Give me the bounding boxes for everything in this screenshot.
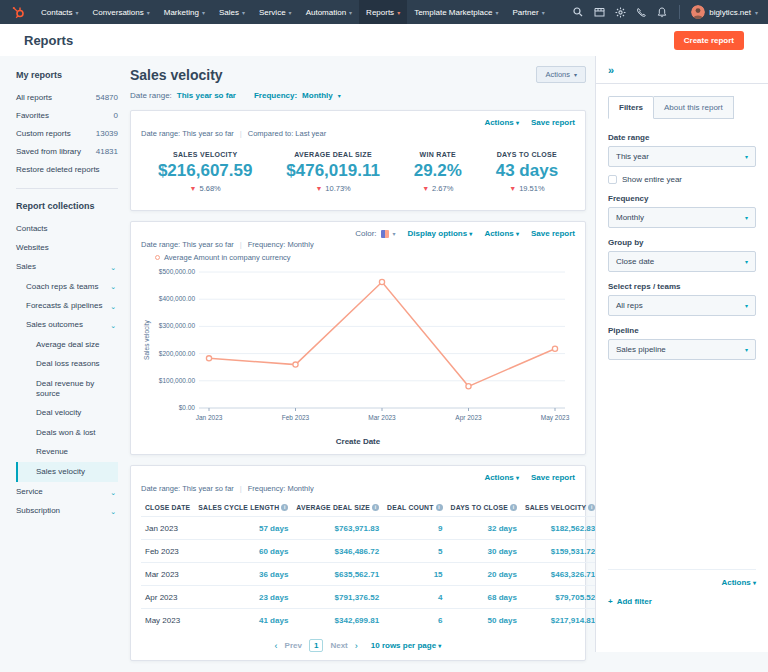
nav-item-conversations[interactable]: Conversations▾	[86, 0, 157, 24]
chart-color-control[interactable]: Color: ▾	[355, 229, 395, 238]
cell-value[interactable]: $217,914.81	[521, 609, 599, 632]
table-actions-link[interactable]: Actions ▾	[484, 473, 519, 482]
next-page-icon[interactable]: ›	[355, 641, 358, 651]
prev-page-button[interactable]: Prev	[285, 641, 302, 650]
search-icon[interactable]	[572, 6, 584, 18]
collection-item-sales[interactable]: Sales⌄	[16, 258, 118, 277]
add-filter-button[interactable]: + Add filter	[608, 597, 756, 606]
collapse-panel-icon[interactable]: »	[608, 64, 622, 76]
sidebar-item-favorites[interactable]: Favorites0	[16, 106, 118, 124]
cell-value[interactable]: 36 days	[194, 563, 292, 586]
filter-select-date-range[interactable]: This year▾	[608, 146, 756, 167]
sidebar-item-all-reports[interactable]: All reports54870	[16, 88, 118, 106]
column-header-sales-cycle-length[interactable]: SALES CYCLE LENGTHi	[194, 499, 292, 517]
cell-value[interactable]: $635,562.71	[292, 563, 383, 586]
tab-filters[interactable]: Filters	[608, 96, 654, 119]
line-chart[interactable]: $0.00$100,000.00$200,000.00$300,000.00$4…	[141, 264, 575, 436]
settings-icon[interactable]	[614, 6, 626, 18]
nav-item-automation[interactable]: Automation▾	[299, 0, 359, 24]
hubspot-logo-icon[interactable]	[10, 4, 26, 20]
filter-select-group-by[interactable]: Close date▾	[608, 251, 756, 272]
info-icon[interactable]: i	[372, 504, 379, 511]
cell-value[interactable]: 6	[383, 609, 446, 632]
nav-item-marketing[interactable]: Marketing▾	[157, 0, 212, 24]
nav-item-template-marketplace[interactable]: Template Marketplace▾	[407, 0, 505, 24]
checkbox-show-entire-year[interactable]: Show entire year	[608, 175, 756, 184]
cell-value[interactable]: 5	[383, 540, 446, 563]
panel-actions-link[interactable]: Actions ▾	[721, 578, 756, 587]
nav-item-sales[interactable]: Sales▾	[212, 0, 252, 24]
table-save-report-link[interactable]: Save report	[531, 473, 575, 482]
cell-value[interactable]: 20 days	[447, 563, 521, 586]
display-options-link[interactable]: Display options ▾	[408, 229, 473, 238]
collection-item-deal-velocity[interactable]: Deal velocity	[16, 404, 118, 423]
report-actions-button[interactable]: Actions ▾	[536, 66, 586, 83]
collection-item-service[interactable]: Service⌄	[16, 482, 118, 501]
collection-item-coach-reps-teams[interactable]: Coach reps & teams⌄	[16, 277, 118, 296]
chart-legend[interactable]: Average Amount in company currency	[155, 253, 575, 262]
cell-value[interactable]: 30 days	[447, 540, 521, 563]
cell-value[interactable]: $159,531.72	[521, 540, 599, 563]
collection-item-subscription[interactable]: Subscription⌄	[16, 502, 118, 521]
calling-icon[interactable]	[635, 6, 647, 18]
tab-about-this-report[interactable]: About this report	[654, 96, 734, 119]
frequency-value[interactable]: Monthly	[302, 91, 333, 100]
collection-item-forecasts-pipelines[interactable]: Forecasts & pipelines⌄	[16, 297, 118, 316]
sidebar-item-custom-reports[interactable]: Custom reports13039	[16, 124, 118, 142]
account-menu[interactable]: biglytics.net ▾	[691, 5, 758, 19]
chart-save-report-link[interactable]: Save report	[531, 229, 575, 238]
column-header-average-deal-size[interactable]: AVERAGE DEAL SIZEi	[292, 499, 383, 517]
filter-select-pipeline[interactable]: Sales pipeline▾	[608, 339, 756, 360]
filter-select-select-reps-teams[interactable]: All reps▾	[608, 295, 756, 316]
column-header-deal-count[interactable]: DEAL COUNTi	[383, 499, 446, 517]
filter-select-frequency[interactable]: Monthly▾	[608, 207, 756, 228]
cell-value[interactable]: 60 days	[194, 540, 292, 563]
cell-value[interactable]: 68 days	[447, 586, 521, 609]
date-range-value[interactable]: This year so far	[177, 91, 236, 100]
info-icon[interactable]: i	[436, 504, 443, 511]
rows-per-page-select[interactable]: 10 rows per page ▾	[371, 641, 442, 650]
column-header-sales-velocity[interactable]: SALES VELOCITYi	[521, 499, 599, 517]
cell-value[interactable]: $791,376.52	[292, 586, 383, 609]
cell-value[interactable]: 23 days	[194, 586, 292, 609]
cell-value[interactable]: $182,562.83	[521, 517, 599, 540]
cell-value[interactable]: $763,971.83	[292, 517, 383, 540]
column-header-days-to-close[interactable]: DAYS TO CLOSEi	[447, 499, 521, 517]
info-icon[interactable]: i	[281, 504, 288, 511]
cell-value[interactable]: $342,699.81	[292, 609, 383, 632]
collection-item-average-deal-size[interactable]: Average deal size	[16, 335, 118, 354]
cell-value[interactable]: 4	[383, 586, 446, 609]
current-page-indicator[interactable]: 1	[309, 639, 323, 652]
collection-item-sales-velocity[interactable]: Sales velocity	[16, 462, 118, 482]
cell-value[interactable]: 41 days	[194, 609, 292, 632]
prev-page-icon[interactable]: ‹	[275, 641, 278, 651]
kpi-save-report-link[interactable]: Save report	[531, 118, 575, 127]
cell-value[interactable]: 9	[383, 517, 446, 540]
info-icon[interactable]: i	[510, 504, 517, 511]
cell-value[interactable]: 57 days	[194, 517, 292, 540]
collection-item-revenue[interactable]: Revenue	[16, 443, 118, 462]
collection-item-contacts[interactable]: Contacts	[16, 219, 118, 238]
collection-item-websites[interactable]: Websites	[16, 238, 118, 257]
chart-actions-link[interactable]: Actions ▾	[484, 229, 519, 238]
notifications-icon[interactable]	[656, 6, 668, 18]
nav-item-contacts[interactable]: Contacts▾	[34, 0, 86, 24]
collection-item-deals-won-lost[interactable]: Deals won & lost	[16, 423, 118, 442]
kpi-actions-link[interactable]: Actions ▾	[484, 118, 519, 127]
collection-item-deal-loss-reasons[interactable]: Deal loss reasons	[16, 355, 118, 374]
sidebar-item-saved-from-library[interactable]: Saved from library41831	[16, 142, 118, 160]
sidebar-item-restore-deleted-reports[interactable]: Restore deleted reports	[16, 160, 118, 178]
cell-value[interactable]: $79,705.52	[521, 586, 599, 609]
next-page-button[interactable]: Next	[330, 641, 347, 650]
collection-item-sales-outcomes[interactable]: Sales outcomes⌄	[16, 316, 118, 335]
marketplace-icon[interactable]	[593, 6, 605, 18]
cell-value[interactable]: 15	[383, 563, 446, 586]
cell-value[interactable]: 50 days	[447, 609, 521, 632]
cell-value[interactable]: $463,326.71	[521, 563, 599, 586]
create-report-button[interactable]: Create report	[674, 31, 744, 50]
nav-item-service[interactable]: Service▾	[252, 0, 299, 24]
collection-item-deal-revenue-by-source[interactable]: Deal revenue by source	[16, 374, 118, 404]
frequency-label[interactable]: Frequency:	[254, 91, 297, 100]
cell-value[interactable]: 32 days	[447, 517, 521, 540]
nav-item-partner[interactable]: Partner▾	[505, 0, 551, 24]
